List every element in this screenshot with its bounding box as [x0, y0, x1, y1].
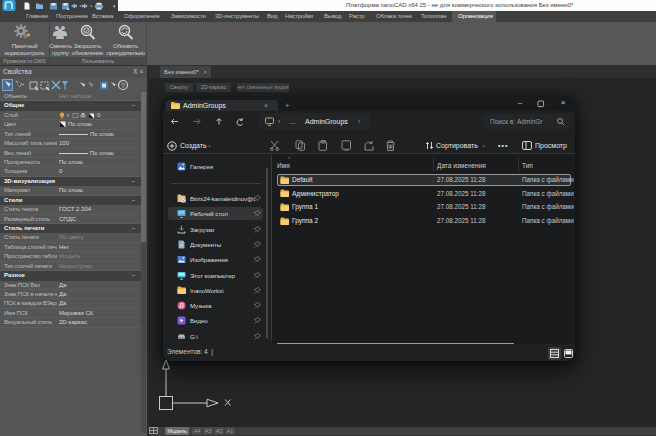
svg-text:?: ? [121, 82, 125, 89]
